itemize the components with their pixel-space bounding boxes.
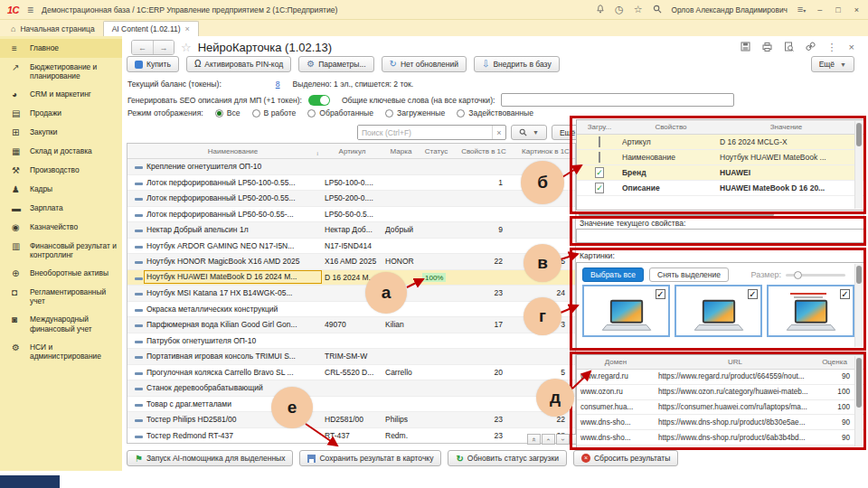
thumbnail-checkbox[interactable]: ✓: [840, 289, 850, 299]
sidebar-item-globe[interactable]: ◙Международный финансовый учет: [0, 310, 122, 337]
table-row[interactable]: Товар с драг.метталами: [127, 397, 575, 413]
mode-option[interactable]: Обработанные: [307, 108, 373, 117]
table-row[interactable]: Прогулочная коляска Carrello Bravo SL ..…: [127, 365, 575, 381]
sidebar-item-assets[interactable]: ⊕Внеоборотные активы: [0, 264, 122, 283]
go-prev-button[interactable]: ‹: [542, 434, 555, 445]
thumbnail-checkbox[interactable]: ✓: [656, 289, 665, 299]
table-row[interactable]: Портативная игровая консоль TRIMUI S...T…: [127, 349, 575, 365]
no-updates-button[interactable]: ↻Нет обновлений: [382, 56, 467, 72]
sidebar-item-cart[interactable]: ⊞Закупки: [0, 123, 122, 142]
search-input[interactable]: [358, 126, 492, 139]
close-window-button[interactable]: ×: [853, 5, 861, 14]
parameters-button[interactable]: ⚙Параметры...: [298, 56, 373, 72]
favorite-star-icon[interactable]: ☆: [181, 41, 192, 54]
domain-row[interactable]: www.dns-sho...https://www.dns-shop.ru/pr…: [577, 430, 863, 446]
mode-option[interactable]: Загруженные: [385, 108, 445, 117]
search-button[interactable]: ▼: [511, 125, 547, 140]
checkbox-icon[interactable]: [599, 152, 600, 163]
run-ai-button[interactable]: ⚑Запуск AI-помощника для выделенных: [127, 450, 293, 466]
table-row[interactable]: Тостер Redmond RT-437RT-437Redm.2328: [127, 428, 575, 445]
table-row[interactable]: Окраска металлических конструкций: [127, 302, 575, 318]
clear-search-icon[interactable]: ×: [492, 126, 505, 139]
mode-option[interactable]: Все: [215, 108, 241, 117]
activate-pin-button[interactable]: ΩАктивировать PIN-код: [186, 56, 291, 72]
picture-thumbnail[interactable]: ✓: [767, 285, 854, 337]
size-slider[interactable]: [786, 274, 845, 277]
sidebar-item-briefcase[interactable]: ▤Продажи: [0, 104, 122, 123]
checkbox-icon[interactable]: [599, 136, 600, 147]
tab-ai-content[interactable]: AI Content (1.02.11) ×: [103, 21, 199, 36]
sidebar-item-money[interactable]: ▬Зарплата: [0, 199, 122, 218]
more-button-top[interactable]: Ещё▼: [811, 56, 854, 72]
select-all-button[interactable]: Выбрать все: [582, 267, 644, 282]
properties-vscrollbar[interactable]: [854, 121, 863, 209]
back-arrow-button[interactable]: ←: [132, 41, 153, 54]
kebab-menu-icon[interactable]: ⋮: [827, 42, 837, 52]
save-result-button[interactable]: Сохранить результат в карточку: [299, 450, 441, 466]
favorites-star-icon[interactable]: ☆: [634, 5, 643, 14]
sidebar-item-budgeting[interactable]: ↗Бюджетирование и планирование: [0, 58, 122, 85]
property-row[interactable]: НаименованиеНоутбук HUAWEI MateBook ...: [577, 150, 863, 165]
sidebar-item-production[interactable]: ⚒Производство: [0, 161, 122, 180]
sidebar-item-report[interactable]: ▥Финансовый результат и контроллинг: [0, 237, 122, 264]
print-icon[interactable]: [762, 42, 772, 53]
go-first-button[interactable]: «: [527, 434, 541, 445]
service-menu-icon[interactable]: ≡▾: [797, 5, 806, 14]
checkbox-icon[interactable]: ✓: [595, 167, 604, 178]
tab-close-icon[interactable]: ×: [185, 24, 190, 33]
domain-row[interactable]: consumer.hua...https://consumer.huawei.c…: [577, 400, 863, 416]
link-icon[interactable]: [806, 42, 816, 53]
deselect-button[interactable]: Снять выделение: [649, 267, 729, 282]
tab-home[interactable]: ⌂ Начальная страница: [3, 21, 103, 36]
property-row[interactable]: ✓ОписаниеHUAWEI MateBook D 16 20...: [577, 181, 863, 196]
table-row[interactable]: Парфюмерная вода Kilian Good Girl Gon...…: [127, 317, 575, 333]
close-form-icon[interactable]: ×: [849, 42, 854, 52]
domain-row[interactable]: www.dns-sho...https://www.dns-shop.ru/pr…: [577, 415, 863, 430]
search-icon[interactable]: [653, 5, 662, 15]
table-row[interactable]: Ноутбук MSI Katana 17 HX B14WGK-05...232…: [127, 286, 575, 302]
current-user[interactable]: Орлов Александр Владимирович: [672, 5, 788, 14]
history-icon[interactable]: ◷: [615, 5, 624, 14]
sidebar-item-menu[interactable]: ≡Главное: [0, 39, 122, 58]
notifications-bell-icon[interactable]: [596, 5, 605, 15]
table-row[interactable]: Лоток перфорированный LP50-100-0.55...LP…: [127, 175, 575, 192]
mode-option[interactable]: Задействованные: [457, 108, 533, 117]
table-row[interactable]: Ноутбук HUAWEI MateBook D 16 2024 M...D …: [127, 270, 575, 286]
save-settings-icon[interactable]: [741, 42, 750, 53]
pictures-vscrollbar[interactable]: [854, 264, 863, 347]
table-row[interactable]: Лоток перфорированный LP50-50-0.55-...LP…: [127, 207, 575, 223]
products-table-header[interactable]: Наименование↓АртикулМаркаСтатусСвойств в…: [127, 144, 575, 159]
sidebar-item-person[interactable]: ♟Кадры: [0, 180, 122, 199]
table-row[interactable]: Патрубок огнетушителя ОП-10: [127, 333, 575, 350]
deploy-button[interactable]: ⇩Внедрить в базу: [474, 56, 560, 72]
sidebar-item-coin[interactable]: ◉Казначейство: [0, 218, 122, 237]
maximize-button[interactable]: □: [834, 5, 842, 14]
properties-hscrollbar[interactable]: [576, 211, 864, 218]
picture-thumbnail[interactable]: ✓: [582, 285, 670, 337]
table-row[interactable]: Станок деревообрабатывающий: [127, 380, 575, 397]
sidebar-item-gear[interactable]: ⚙НСИ и администрирование: [0, 338, 122, 365]
table-row[interactable]: Тостер Philips HD2581/00HD2581/00Philips…: [127, 412, 575, 428]
mode-option[interactable]: В работе: [252, 108, 297, 117]
table-row[interactable]: Ноутбук HONOR MagicBook X16 AMD 2025X16 …: [127, 254, 575, 270]
sidebar-item-lock[interactable]: ◘Регламентированный учет: [0, 283, 122, 310]
keywords-input[interactable]: [501, 93, 734, 107]
property-row[interactable]: АртикулD 16 2024 MCLG-X: [577, 135, 863, 150]
domain-row[interactable]: www.ozon.ruhttps://www.ozon.ru/category/…: [577, 385, 863, 400]
balance-value-link[interactable]: 8: [276, 80, 280, 89]
domains-vscrollbar[interactable]: [854, 356, 863, 446]
checkbox-icon[interactable]: ✓: [595, 183, 604, 193]
main-menu-icon[interactable]: ≡: [27, 4, 33, 16]
thumbnail-checkbox[interactable]: ✓: [748, 289, 758, 299]
forward-arrow-button[interactable]: →: [153, 41, 174, 54]
table-row[interactable]: Нектар Добрый апельсин 1лНектар Доб...До…: [127, 222, 575, 239]
go-next-button[interactable]: ›: [556, 434, 570, 445]
property-row[interactable]: ✓БрендHUAWEI: [577, 165, 863, 181]
refresh-status-button[interactable]: ↻Обновить статус загрузки: [448, 450, 567, 466]
domain-row[interactable]: www.regard.ruhttps://www.regard.ru/produ…: [577, 370, 863, 385]
sidebar-item-crm-pie[interactable]: ◕CRM и маркетинг: [0, 85, 122, 104]
minimize-button[interactable]: –: [816, 5, 824, 14]
seo-toggle[interactable]: [308, 95, 330, 106]
buy-button[interactable]: Купить: [127, 56, 179, 72]
preview-icon[interactable]: [784, 42, 794, 53]
